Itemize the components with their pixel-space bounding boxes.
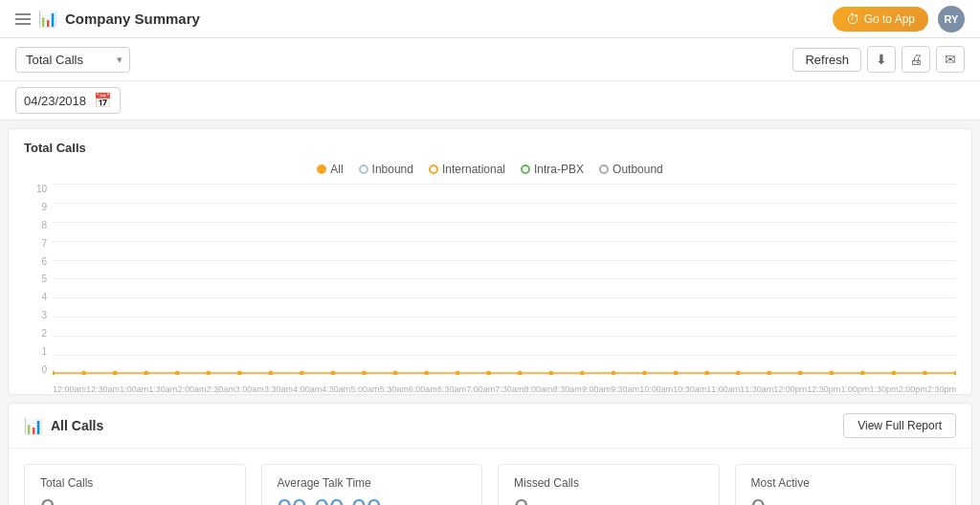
stats-header-left: 📊 All Calls (24, 417, 103, 435)
email-button[interactable]: ✉ (936, 46, 965, 73)
stats-cards: Total Calls 0 100% of total calls Averag… (9, 449, 971, 505)
x-axis-label: 5:00am (350, 384, 379, 394)
stat-value: 0 (40, 494, 230, 505)
x-axis-label: 12:30am (86, 384, 120, 394)
toolbar-right: Refresh ⬇ 🖨 ✉ (792, 46, 965, 73)
legend-label-international: International (442, 163, 505, 176)
metric-dropdown-wrapper[interactable]: Total Calls (15, 47, 130, 73)
legend-item-intra_pbx: Intra-PBX (521, 163, 584, 176)
toolbar-left: Total Calls (15, 47, 130, 73)
chart-line-area (53, 184, 956, 375)
x-axis-label: 12:00am (53, 384, 86, 394)
legend-label-all: All (330, 163, 343, 176)
stat-value: 0 (514, 494, 703, 505)
legend-item-inbound: Inbound (359, 163, 413, 176)
legend-item-outbound: Outbound (599, 163, 663, 176)
legend-dot-intra_pbx (521, 165, 530, 174)
download-button[interactable]: ⬇ (867, 46, 896, 73)
x-axis-label: 12:30pm (807, 384, 840, 394)
chart-icon: 📊 (38, 10, 57, 28)
date-input-wrapper[interactable]: 04/23/2018 📅 (15, 87, 121, 114)
user-avatar: RY (938, 6, 965, 33)
stat-card: Average Talk Time 00,00.00 Total 00:00:0… (261, 464, 483, 505)
stat-card: Most Active 0 N/A (735, 464, 957, 505)
x-axis-label: 10:30am (673, 384, 706, 394)
x-axis-label: 3:00am (235, 384, 264, 394)
refresh-button[interactable]: Refresh (792, 48, 861, 72)
x-axis-label: 1:30pm (870, 384, 899, 394)
stat-value: 00,00.00 (278, 494, 467, 505)
stat-label: Total Calls (40, 476, 230, 490)
stat-label: Most Active (751, 476, 941, 490)
print-button[interactable]: 🖨 (902, 46, 930, 73)
chart-plot: 12:00am12:30am1:00am1:30am2:00am2:30am3:… (53, 184, 956, 394)
y-axis-label: 4 (24, 292, 47, 302)
legend-dot-inbound (359, 165, 368, 174)
calendar-icon[interactable]: 📅 (94, 92, 112, 109)
email-icon: ✉ (945, 52, 956, 67)
stat-card: Missed Calls 0 Percentage 0 % (498, 464, 720, 505)
x-axis-label: 12:00pm (773, 384, 807, 394)
stat-label: Average Talk Time (278, 476, 467, 490)
x-axis-label: 10:00am (639, 384, 673, 394)
stats-header: 📊 All Calls View Full Report (9, 404, 971, 449)
y-axis-label: 3 (24, 310, 47, 320)
x-axis-label: 11:00am (706, 384, 740, 394)
stat-card: Total Calls 0 100% of total calls (24, 464, 246, 505)
metric-dropdown[interactable]: Total Calls (15, 47, 130, 73)
y-axis-label: 5 (24, 274, 47, 284)
y-axis-label: 8 (24, 220, 47, 231)
y-axis-label: 10 (24, 184, 47, 194)
hamburger-icon[interactable] (15, 13, 31, 25)
x-axis-label: 4:30am (322, 384, 350, 394)
legend-item-all: All (317, 163, 343, 176)
chart-legend: AllInboundInternationalIntra-PBXOutbound (24, 163, 956, 176)
y-axis-label: 2 (24, 328, 47, 339)
legend-dot-all (317, 165, 326, 174)
x-axis-label: 7:00am (466, 384, 495, 394)
x-axis-label: 8:30am (553, 384, 582, 394)
view-full-report-button[interactable]: View Full Report (843, 413, 956, 438)
stats-section-title: All Calls (51, 418, 103, 433)
y-axis-label: 1 (24, 346, 47, 357)
y-axis-label: 7 (24, 238, 47, 249)
x-axis-label: 6:30am (437, 384, 466, 394)
legend-dot-outbound (599, 165, 609, 174)
chart-section: Total Calls AllInboundInternationalIntra… (8, 128, 972, 395)
go-to-app-button[interactable]: ⏱ Go to App (833, 7, 928, 32)
x-axis-label: 9:00am (582, 384, 611, 394)
page-title: Company Summary (65, 11, 200, 27)
header-right: ⏱ Go to App RY (833, 6, 965, 33)
toolbar: Total Calls Refresh ⬇ 🖨 ✉ (0, 38, 980, 81)
header: 📊 Company Summary ⏱ Go to App RY (0, 0, 980, 38)
stats-section: 📊 All Calls View Full Report Total Calls… (8, 403, 972, 505)
x-axis-label: 2:30am (207, 384, 235, 394)
x-axis-label: 2:30pm (927, 384, 956, 394)
legend-dot-international (429, 165, 438, 174)
x-axis-label: 5:30am (380, 384, 409, 394)
y-axis-label: 0 (24, 364, 47, 375)
legend-label-intra_pbx: Intra-PBX (534, 163, 584, 176)
print-icon: 🖨 (909, 52, 923, 67)
x-axis-label: 2:00am (177, 384, 206, 394)
chart-title: Total Calls (24, 141, 956, 155)
y-axis: 109876543210 (24, 184, 53, 394)
chart-area: 109876543210 12:00am12:30am1:00am1:30am2… (24, 184, 956, 394)
clock-icon: ⏱ (846, 11, 859, 27)
y-axis-label: 9 (24, 202, 47, 212)
legend-label-outbound: Outbound (612, 163, 663, 176)
x-axis-label: 4:00am (293, 384, 322, 394)
download-icon: ⬇ (876, 52, 887, 67)
y-axis-label: 6 (24, 256, 47, 267)
x-axis-label: 7:30am (495, 384, 523, 394)
x-axis-label: 1:00am (120, 384, 148, 394)
date-value: 04/23/2018 (24, 94, 86, 108)
x-axis-label: 3:30am (264, 384, 293, 394)
x-axis-label: 6:00am (409, 384, 437, 394)
stat-value: 0 (751, 494, 941, 505)
bar-chart-icon: 📊 (24, 417, 43, 435)
x-axis-label: 8:00am (523, 384, 552, 394)
x-axis-label: 2:00pm (899, 384, 927, 394)
x-axis-label: 11:30am (740, 384, 773, 394)
x-axis-label: 9:30am (611, 384, 639, 394)
